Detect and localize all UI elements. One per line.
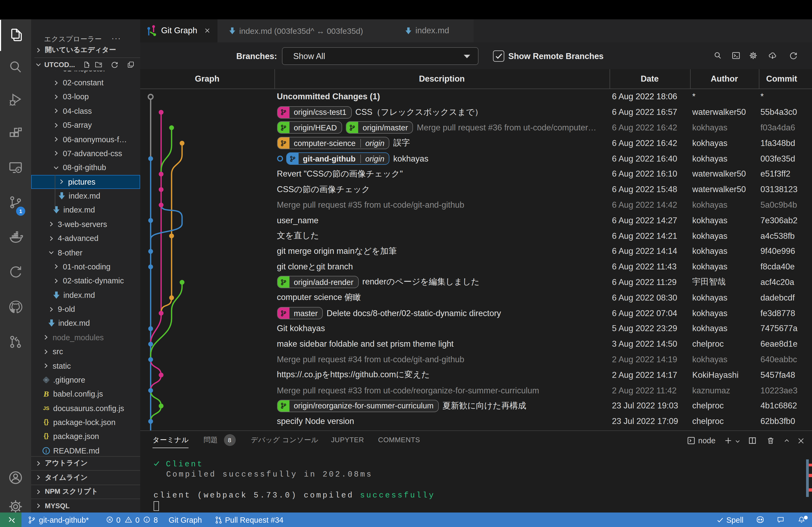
svg-text:i: i [45, 448, 47, 453]
